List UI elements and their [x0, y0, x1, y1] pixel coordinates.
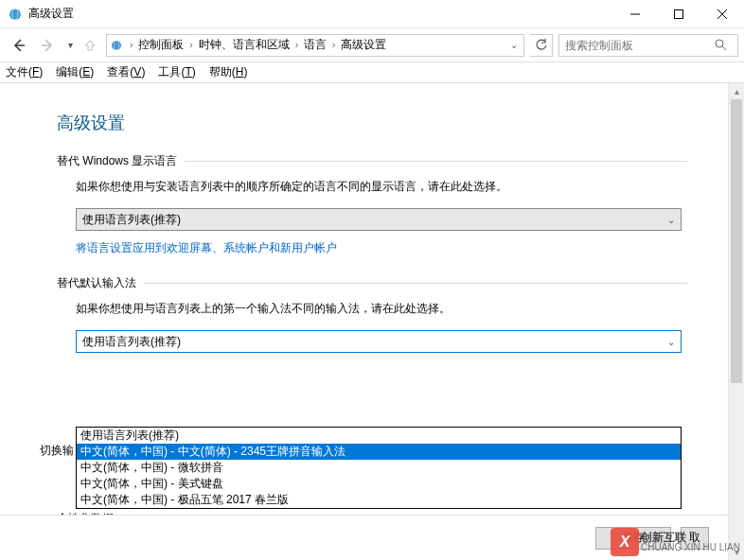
section-ime-title: 替代默认输入法: [57, 275, 136, 291]
vertical-scrollbar[interactable]: ▴ ▾: [728, 83, 744, 560]
svg-line-11: [722, 46, 726, 50]
scroll-up-button[interactable]: ▴: [729, 83, 744, 99]
page-title: 高级设置: [57, 112, 687, 134]
chevron-right-icon[interactable]: ›: [186, 40, 196, 50]
ime-combo-value: 使用语言列表(推荐): [82, 334, 181, 350]
breadcrumb-item[interactable]: 高级设置: [339, 37, 388, 53]
chevron-right-icon[interactable]: ›: [328, 40, 339, 50]
nav-history-dropdown[interactable]: ▾: [62, 32, 78, 59]
menu-file[interactable]: 文件(F): [6, 64, 43, 80]
divider: [185, 161, 687, 162]
window-minimize-button[interactable]: [613, 0, 657, 28]
divider: [144, 283, 687, 284]
svg-rect-3: [675, 9, 683, 18]
window-icon: [8, 7, 23, 22]
address-dropdown-icon[interactable]: ⌄: [505, 40, 523, 50]
window-title: 高级设置: [28, 6, 613, 22]
chevron-down-icon: ⌄: [667, 215, 675, 225]
ime-dropdown-list[interactable]: 使用语言列表(推荐) 中文(简体，中国) - 中文(简体) - 2345王牌拼音…: [76, 427, 682, 509]
nav-back-button[interactable]: [6, 32, 32, 59]
section-display-title: 替代 Windows 显示语言: [57, 153, 177, 169]
ime-desc: 如果你想使用与语言列表上的第一个输入法不同的输入法，请在此处选择。: [76, 301, 687, 317]
display-language-value: 使用语言列表(推荐): [82, 212, 181, 228]
section-ime-header: 替代默认输入法: [57, 275, 687, 291]
chevron-right-icon[interactable]: ›: [292, 40, 302, 50]
nav-forward-button[interactable]: [34, 32, 61, 59]
section-display-header: 替代 Windows 显示语言: [57, 153, 687, 169]
refresh-button[interactable]: [530, 34, 553, 57]
window-titlebar: 高级设置: [0, 0, 744, 28]
display-desc: 如果你想使用与安装语言列表中的顺序所确定的语言不同的显示语言，请在此处选择。: [76, 179, 687, 195]
ime-combo[interactable]: 使用语言列表(推荐) ⌄: [76, 330, 682, 353]
content-area: 高级设置 替代 Windows 显示语言 如果你想使用与安装语言列表中的顺序所确…: [0, 83, 744, 560]
menu-bar: 文件(F) 编辑(E) 查看(V) 工具(T) 帮助(H): [0, 62, 744, 83]
nav-toolbar: ▾ › 控制面板 › 时钟、语言和区域 › 语言 › 高级设置 ⌄: [0, 28, 744, 62]
section-display-body: 如果你想使用与安装语言列表中的顺序所确定的语言不同的显示语言，请在此处选择。 使…: [57, 179, 687, 256]
svg-point-10: [716, 40, 723, 47]
watermark-logo: X: [611, 528, 639, 556]
ime-option[interactable]: 中文(简体，中国) - 极品五笔 2017 春兰版: [77, 492, 681, 508]
menu-edit[interactable]: 编辑(E): [56, 64, 94, 80]
address-bar[interactable]: › 控制面板 › 时钟、语言和区域 › 语言 › 高级设置 ⌄: [106, 34, 524, 57]
watermark-pinyin: CHUANG XIN HU LIAN: [641, 543, 740, 552]
section-switch-title-partial: 切换输: [40, 443, 74, 459]
ime-option[interactable]: 使用语言列表(推荐): [77, 428, 681, 444]
menu-tools[interactable]: 工具(T): [158, 64, 195, 80]
breadcrumb-item[interactable]: 控制面板: [136, 37, 186, 53]
nav-up-button[interactable]: [80, 32, 100, 59]
window-controls: [613, 0, 744, 28]
chevron-down-icon: ⌄: [667, 337, 675, 347]
svg-point-8: [112, 41, 121, 50]
chevron-right-icon[interactable]: ›: [126, 40, 136, 50]
ime-option[interactable]: 中文(简体，中国) - 微软拼音: [77, 460, 681, 476]
watermark: X 创新互联 CHUANG XIN HU LIAN: [611, 528, 740, 556]
window-close-button[interactable]: [700, 0, 744, 28]
menu-help[interactable]: 帮助(H): [209, 64, 248, 80]
ime-option[interactable]: 中文(简体，中国) - 美式键盘: [77, 476, 681, 492]
ime-option[interactable]: 中文(简体，中国) - 中文(简体) - 2345王牌拼音输入法: [77, 444, 681, 460]
scroll-thumb[interactable]: [731, 99, 742, 383]
breadcrumb-item[interactable]: 语言: [302, 37, 328, 53]
display-language-combo[interactable]: 使用语言列表(推荐) ⌄: [76, 208, 682, 231]
search-input[interactable]: [559, 39, 715, 52]
window-maximize-button[interactable]: [657, 0, 700, 28]
section-ime-body: 如果你想使用与语言列表上的第一个输入法不同的输入法，请在此处选择。 使用语言列表…: [57, 301, 687, 353]
search-box[interactable]: [558, 34, 738, 57]
search-icon[interactable]: [715, 39, 737, 51]
breadcrumb-item[interactable]: 时钟、语言和区域: [197, 37, 292, 53]
location-icon: [107, 38, 126, 53]
apply-to-welcome-link[interactable]: 将语言设置应用到欢迎屏幕、系统帐户和新用户帐户: [76, 240, 337, 256]
menu-view[interactable]: 查看(V): [107, 64, 145, 80]
